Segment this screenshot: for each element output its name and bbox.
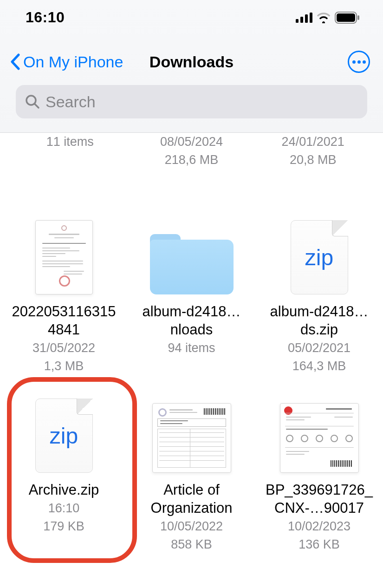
status-icons (296, 12, 360, 24)
back-label: On My iPhone (23, 53, 123, 71)
file-name: 2022053116315484​1 (8, 303, 120, 339)
partial-meta: 24/01/2021 (252, 133, 374, 151)
file-size: 858 KB (171, 536, 212, 554)
file-item[interactable]: Article of Organization 10/05/2022 858 K… (128, 394, 255, 554)
file-size: 136 KB (299, 536, 340, 554)
svg-rect-1 (300, 17, 303, 23)
search-icon (25, 94, 40, 109)
file-item[interactable]: album-d2418…nloads 94 items (128, 216, 255, 375)
file-size: 179 KB (43, 517, 84, 536)
file-name: BP_339691726_CNX-…90017 (264, 481, 375, 517)
file-item[interactable]: BP_339691726_CNX-…90017 10/02/2023 136 K… (255, 394, 383, 554)
file-date: 31/05/2022 (32, 339, 95, 357)
svg-rect-6 (357, 15, 359, 20)
file-name: Archive.zip (29, 481, 99, 499)
file-name: album-d2418…nloads (136, 303, 247, 339)
file-item[interactable]: zip album-d2418…ds.zip 05/02/2021 164,3 … (255, 216, 383, 375)
partial-row: 11 items 08/05/2024 218,6 MB 24/01/2021 … (0, 133, 383, 169)
nav-bar: On My iPhone Downloads (0, 50, 383, 73)
file-date: 16:10 (48, 499, 80, 517)
back-button[interactable]: On My iPhone (9, 53, 123, 71)
zip-file-icon: zip (291, 220, 348, 294)
status-bar: 16:10 (0, 0, 383, 35)
document-icon (35, 220, 93, 294)
file-name: Article of Organization (136, 481, 247, 517)
svg-rect-0 (296, 19, 299, 23)
file-date: 10/02/2023 (288, 517, 351, 536)
page-title: Downloads (149, 53, 234, 71)
file-size: 1,3 MB (44, 357, 84, 375)
file-item[interactable]: 2022053116315484​1 31/05/2022 1,3 MB (0, 216, 128, 375)
file-date: 05/02/2021 (288, 339, 351, 357)
partial-meta: 11 items (9, 133, 131, 151)
svg-rect-2 (305, 14, 308, 23)
file-date: 10/05/2022 (160, 517, 223, 536)
file-date: 94 items (168, 339, 215, 357)
more-button[interactable] (348, 51, 370, 73)
document-icon (152, 403, 231, 473)
svg-rect-3 (310, 13, 312, 23)
svg-line-8 (35, 104, 39, 108)
zip-file-icon: zip (35, 399, 93, 473)
ellipsis-icon (352, 60, 366, 64)
document-icon (280, 403, 359, 473)
partial-meta: 08/05/2024 (131, 133, 253, 151)
partial-meta: 218,6 MB (131, 151, 253, 169)
file-item-highlighted[interactable]: zip Archive.zip 16:10 179 KB (0, 394, 128, 554)
wifi-icon (316, 12, 331, 23)
search-input[interactable] (45, 93, 358, 111)
svg-rect-5 (337, 13, 355, 22)
status-time: 16:10 (26, 9, 65, 26)
partial-meta: 20,8 MB (252, 151, 374, 169)
file-size: 164,3 MB (292, 357, 346, 375)
battery-icon (335, 12, 360, 24)
search-bar[interactable] (16, 85, 367, 118)
chevron-left-icon (9, 53, 20, 70)
file-grid: 2022053116315484​1 31/05/2022 1,3 MB alb… (0, 169, 383, 554)
cellular-icon (296, 13, 312, 23)
file-name: album-d2418…ds.zip (264, 303, 375, 339)
folder-icon (150, 234, 234, 294)
